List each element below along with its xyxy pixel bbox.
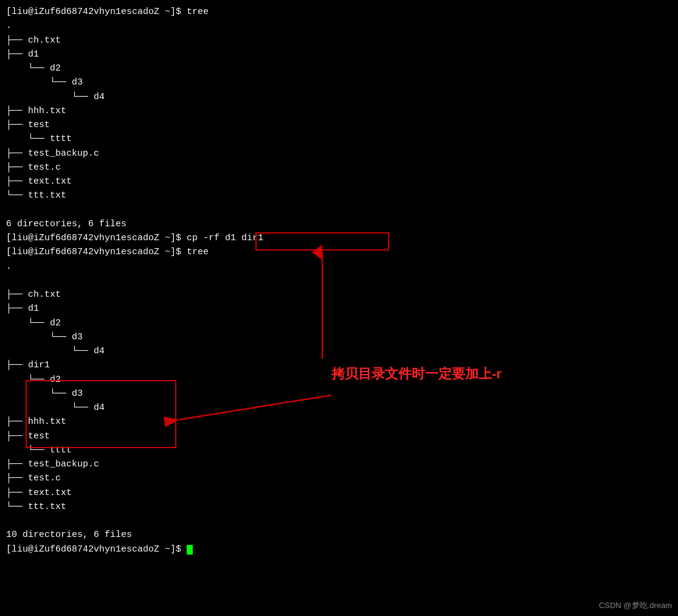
t2-l13: ├── test_backup.c [6, 457, 672, 471]
t1-l11: ├── text.txt [6, 175, 672, 189]
t2-l11: ├── test [6, 429, 672, 443]
tree2-prompt-line: [liu@iZuf6d68742vhyn1escadoZ ~]$ tree [6, 245, 672, 259]
t2-l1: ├── ch.txt [6, 288, 672, 302]
cmd-tree1: tree [187, 7, 209, 17]
dot-line2: . [6, 260, 672, 274]
t1-l8: └── tttt [6, 132, 672, 146]
blank3 [6, 514, 672, 528]
t1-l10: ├── test.c [6, 161, 672, 175]
t1-l5: └── d4 [6, 90, 672, 104]
t2-l4: └── d3 [6, 330, 672, 344]
first-prompt-line: [liu@iZuf6d68742vhyn1escadoZ ~]$ tree [6, 5, 672, 19]
prompt3: [liu@iZuf6d68742vhyn1escadoZ ~]$ [6, 247, 181, 257]
t2-l8: └── d3 [6, 387, 672, 401]
t1-l3: └── d2 [6, 61, 672, 75]
t1-l9: ├── test_backup.c [6, 147, 672, 161]
prompt5: [liu@iZuf6d68742vhyn1escadoZ ~]$ [6, 544, 181, 555]
t2-l9: └── d4 [6, 401, 672, 415]
cmd-tree2: tree [187, 247, 209, 257]
t2-l15: ├── text.txt [6, 486, 672, 500]
cursor [187, 545, 193, 555]
annotation-text: 拷贝目录文件时一定要加上-r [331, 365, 502, 383]
t1-l1: ├── ch.txt [6, 33, 672, 47]
prompt1: [liu@iZuf6d68742vhyn1escadoZ ~]$ [6, 7, 181, 17]
final-prompt-line: [liu@iZuf6d68742vhyn1escadoZ ~]$ [6, 542, 672, 556]
t1-l2: ├── d1 [6, 47, 672, 61]
t2-l14: ├── test.c [6, 471, 672, 485]
t1-l6: ├── hhh.txt [6, 104, 672, 118]
t1-l12: └── ttt.txt [6, 189, 672, 202]
t2-l5: └── d4 [6, 344, 672, 358]
prompt2: [liu@iZuf6d68742vhyn1escadoZ ~]$ [6, 233, 181, 243]
t2-l12: └── tttt [6, 443, 672, 457]
summary2: 10 directories, 6 files [6, 528, 672, 542]
terminal: [liu@iZuf6d68742vhyn1escadoZ ~]$ tree . … [0, 0, 678, 561]
t2-l3: └── d2 [6, 316, 672, 330]
t1-l7: ├── test [6, 118, 672, 132]
summary1: 6 directories, 6 files [6, 217, 672, 231]
cp-prompt-line: [liu@iZuf6d68742vhyn1escadoZ ~]$ cp -rf … [6, 231, 672, 245]
t1-l4: └── d3 [6, 75, 672, 89]
t2-l16: └── ttt.txt [6, 500, 672, 514]
cmd-cp: cp -rf d1 dir1 [187, 233, 263, 243]
t2-l2: ├── d1 [6, 302, 672, 316]
blank2 [6, 274, 672, 288]
watermark: CSDN @梦吃.dream [599, 600, 672, 611]
dot-line: . [6, 19, 672, 33]
blank1 [6, 203, 672, 217]
t2-l10: ├── hhh.txt [6, 415, 672, 429]
